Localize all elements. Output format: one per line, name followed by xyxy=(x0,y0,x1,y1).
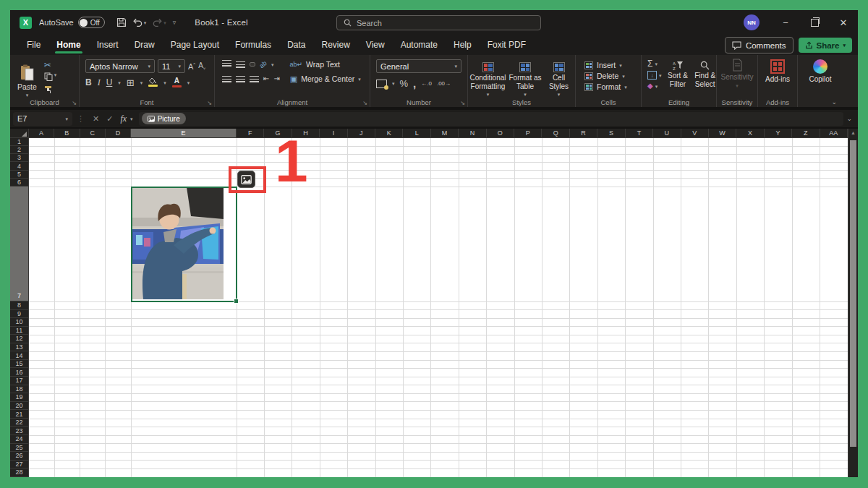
row-header-3[interactable]: 3 xyxy=(10,154,29,162)
menu-tab-view[interactable]: View xyxy=(358,35,393,55)
wrap-text-button[interactable]: ab↵ Wrap Text xyxy=(290,60,340,69)
column-header-N[interactable]: N xyxy=(459,129,486,138)
row-header-28[interactable]: 28 xyxy=(10,468,29,477)
column-header-F[interactable]: F xyxy=(237,129,264,138)
cancel-entry-button[interactable]: ✕ xyxy=(93,114,99,124)
align-center-button[interactable] xyxy=(236,76,245,82)
row-header-2[interactable]: 2 xyxy=(10,146,29,154)
vertical-scrollbar[interactable]: ▲ xyxy=(848,129,858,477)
select-all-corner[interactable] xyxy=(10,129,29,138)
expand-formula-bar-icon[interactable]: ⌄ xyxy=(846,115,852,122)
increase-decimal-button[interactable]: ←.0 xyxy=(421,81,432,87)
row-header-10[interactable]: 10 xyxy=(10,318,29,327)
menu-tab-help[interactable]: Help xyxy=(446,35,480,55)
cell-styles-button[interactable]: Cell Styles ▾ xyxy=(544,59,574,97)
column-header-P[interactable]: P xyxy=(514,129,542,138)
row-header-24[interactable]: 24 xyxy=(10,435,29,444)
column-header-R[interactable]: R xyxy=(570,129,597,138)
column-header-O[interactable]: O xyxy=(487,129,514,138)
menu-tab-formulas[interactable]: Formulas xyxy=(227,35,279,55)
cut-button[interactable]: ✂ xyxy=(44,61,57,69)
column-header-Q[interactable]: Q xyxy=(542,129,569,138)
format-as-table-button[interactable]: Format as Table ▾ xyxy=(508,59,542,97)
row-header-11[interactable]: 11 xyxy=(10,327,29,335)
undo-button[interactable]: ▾ xyxy=(133,18,147,27)
font-name-select[interactable]: Aptos Narrow▾ xyxy=(85,59,155,73)
decrease-font-button[interactable]: A˅ xyxy=(198,62,205,71)
column-header-Z[interactable]: Z xyxy=(792,129,820,138)
delete-cells-button[interactable]: Delete▾ xyxy=(584,72,641,80)
menu-tab-page-layout[interactable]: Page Layout xyxy=(163,35,227,55)
row-header-22[interactable]: 22 xyxy=(10,419,29,427)
column-header-A[interactable]: A xyxy=(29,129,54,138)
row-header-19[interactable]: 19 xyxy=(10,393,29,402)
column-header-T[interactable]: T xyxy=(626,129,653,138)
menu-tab-file[interactable]: File xyxy=(19,35,48,55)
column-header-X[interactable]: X xyxy=(736,129,764,138)
search-input[interactable]: Search xyxy=(336,15,541,30)
italic-button[interactable]: I xyxy=(98,78,101,87)
row-header-8[interactable]: 8 xyxy=(10,301,29,310)
format-painter-button[interactable] xyxy=(44,84,57,97)
underline-button[interactable]: U xyxy=(106,78,113,87)
formula-input[interactable]: Picture xyxy=(139,112,844,126)
row-header-14[interactable]: 14 xyxy=(10,351,29,360)
format-cells-button[interactable]: Format▾ xyxy=(584,82,641,91)
insert-function-dropdown-icon[interactable]: ▾ xyxy=(130,116,133,121)
column-header-M[interactable]: M xyxy=(431,129,459,138)
borders-button[interactable]: ⊞ xyxy=(127,78,135,87)
column-header-K[interactable]: K xyxy=(375,129,403,138)
column-header-U[interactable]: U xyxy=(653,129,681,138)
redo-button[interactable]: ▾ xyxy=(153,18,166,27)
autosum-button[interactable]: Σ▾ xyxy=(647,59,662,68)
column-header-W[interactable]: W xyxy=(709,129,736,138)
row-header-20[interactable]: 20 xyxy=(10,402,29,411)
row-header-4[interactable]: 4 xyxy=(10,162,29,170)
insert-cells-button[interactable]: Insert▾ xyxy=(584,61,641,69)
redo-dropdown-icon[interactable]: ▾ xyxy=(163,20,166,25)
paste-dropdown-icon[interactable]: ▾ xyxy=(26,93,29,98)
row-header-9[interactable]: 9 xyxy=(10,310,29,319)
find-select-button[interactable]: Find & Select xyxy=(694,59,716,90)
row-header-23[interactable]: 23 xyxy=(10,427,29,435)
customize-quick-access-icon[interactable]: ▿ xyxy=(173,20,176,26)
paste-button[interactable]: Paste ▾ xyxy=(17,59,37,98)
sort-filter-button[interactable]: AZ Sort & Filter xyxy=(668,59,689,90)
row-header-1[interactable]: 1 xyxy=(10,138,29,146)
font-dialog-launcher[interactable]: ↘ xyxy=(207,100,212,106)
excel-app-icon[interactable]: X xyxy=(20,17,32,29)
name-box[interactable]: E7 ▾ xyxy=(13,112,72,126)
addins-button[interactable]: Add-ins xyxy=(758,55,797,84)
conditional-formatting-button[interactable]: Conditional Formatting ▾ xyxy=(469,59,507,97)
underline-dropdown-icon[interactable]: ▾ xyxy=(118,80,121,85)
column-header-L[interactable]: L xyxy=(403,129,430,138)
collapse-ribbon-icon[interactable]: ⌄ xyxy=(831,98,837,106)
avatar[interactable]: NN xyxy=(744,14,760,30)
alignment-dialog-launcher[interactable]: ↘ xyxy=(362,100,367,106)
merge-center-button[interactable]: ▣ Merge & Center ▾ xyxy=(290,74,361,83)
column-header-C[interactable]: C xyxy=(80,129,106,138)
percent-style-button[interactable]: % xyxy=(400,79,409,88)
orientation-dropdown-icon[interactable]: ▾ xyxy=(271,62,274,67)
font-color-button[interactable]: A xyxy=(172,77,182,87)
column-header-J[interactable]: J xyxy=(348,129,375,138)
picture-in-cell-button[interactable] xyxy=(237,171,255,188)
row-header-12[interactable]: 12 xyxy=(10,335,29,343)
share-button[interactable]: Share ▾ xyxy=(799,38,852,53)
clipboard-dialog-launcher[interactable]: ↘ xyxy=(72,100,77,106)
autosave-control[interactable]: AutoSave Off xyxy=(39,17,105,28)
column-header-AA[interactable]: AA xyxy=(820,129,848,138)
row-header-16[interactable]: 16 xyxy=(10,368,29,377)
row-header-27[interactable]: 27 xyxy=(10,461,29,469)
save-button[interactable] xyxy=(116,17,127,27)
column-header-I[interactable]: I xyxy=(320,129,347,138)
decrease-indent-button[interactable]: ⇤ xyxy=(263,75,269,82)
align-middle-button[interactable] xyxy=(236,61,245,68)
font-size-select[interactable]: 11▾ xyxy=(158,59,185,73)
menu-tab-data[interactable]: Data xyxy=(279,35,313,55)
row-header-25[interactable]: 25 xyxy=(10,444,29,453)
column-header-V[interactable]: V xyxy=(681,129,709,138)
close-button[interactable]: ✕ xyxy=(829,10,858,35)
column-header-B[interactable]: B xyxy=(54,129,80,138)
align-left-button[interactable] xyxy=(222,76,231,82)
